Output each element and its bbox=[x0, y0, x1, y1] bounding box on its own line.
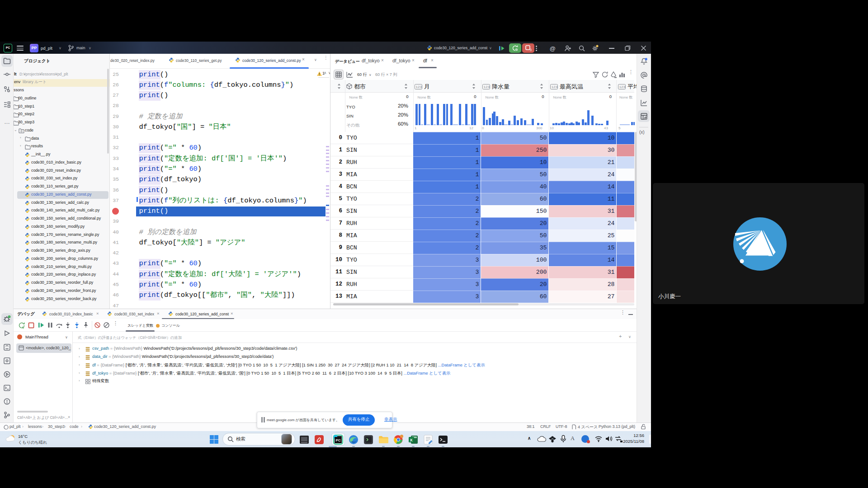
svg-text:123: 123 bbox=[416, 85, 422, 89]
svg-text:123: 123 bbox=[484, 85, 490, 89]
svg-text:3: 3 bbox=[530, 48, 532, 52]
svg-text:X: X bbox=[410, 438, 413, 442]
svg-text:123: 123 bbox=[619, 85, 626, 89]
svg-text:123: 123 bbox=[552, 85, 558, 89]
svg-text:PC: PC bbox=[336, 438, 341, 442]
